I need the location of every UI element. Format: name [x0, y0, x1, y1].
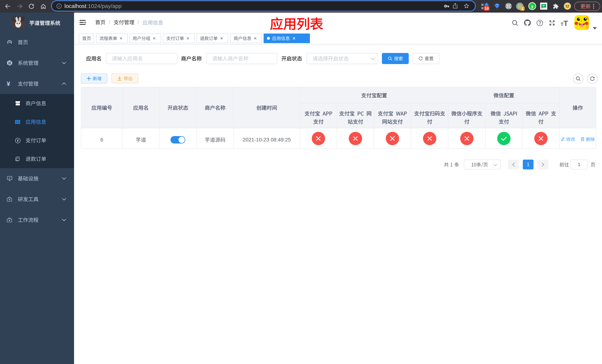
- svg-text:y: y: [531, 4, 534, 9]
- svg-text:1: 1: [521, 7, 524, 11]
- svg-text:10: 10: [485, 6, 489, 10]
